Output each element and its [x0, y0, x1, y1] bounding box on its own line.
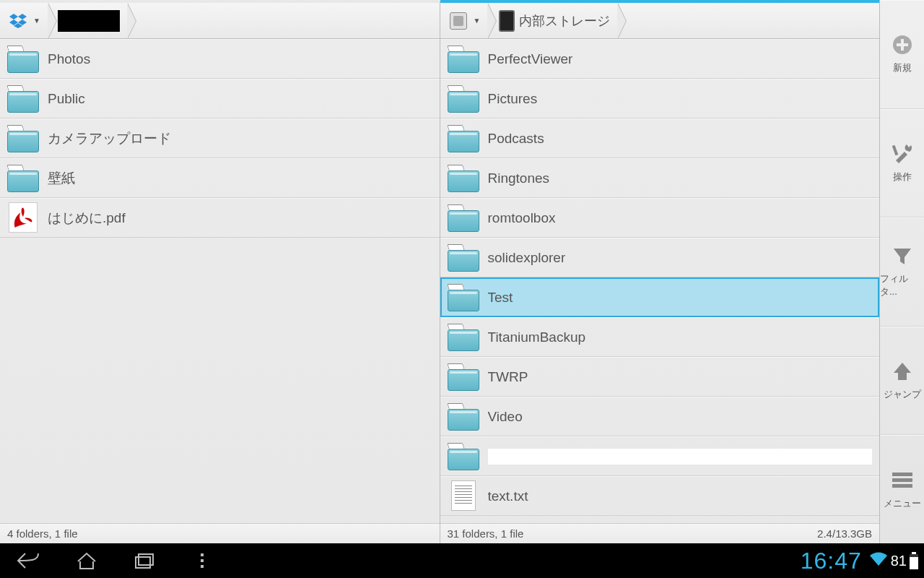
item-name: Ringtones	[488, 171, 873, 186]
item-name: カメラアップロード	[48, 129, 432, 148]
nav-home-button[interactable]	[58, 543, 116, 578]
list-item[interactable]: Pictures	[440, 79, 880, 118]
sidebar-label: メニュー	[884, 497, 921, 510]
list-item[interactable]: はじめに.pdf	[0, 198, 440, 238]
item-name: Public	[48, 91, 432, 107]
item-name: TWRP	[488, 369, 873, 385]
sidebar-plus-button[interactable]: 新規	[880, 0, 924, 109]
nav-recent-button[interactable]	[116, 543, 173, 578]
txt-icon	[448, 480, 479, 512]
svg-rect-8	[892, 145, 898, 156]
status-bar-right: 31 folders, 1 file 2.4/13.3GB	[440, 523, 880, 543]
battery-icon	[910, 552, 918, 569]
nav-back-button[interactable]	[0, 543, 58, 578]
sidebar-label: ジャンプ	[884, 388, 921, 401]
folder-icon	[448, 43, 479, 75]
status-clock: 16:47	[801, 548, 862, 574]
list-item[interactable]	[440, 436, 880, 476]
file-list-right[interactable]: PerfectViewerPicturesPodcastsRingtonesro…	[440, 39, 880, 523]
svg-rect-19	[910, 557, 918, 569]
item-name: 壁紙	[48, 169, 432, 188]
item-name: Photos	[48, 51, 432, 67]
left-pane: ▼ PhotosPublicカメラアップロード壁紙はじめに.pdf 4 fold…	[0, 0, 440, 543]
dropdown-caret-icon: ▼	[474, 17, 481, 25]
item-name: text.txt	[488, 488, 873, 504]
folder-icon	[7, 83, 39, 115]
list-item[interactable]: Photos	[0, 39, 440, 79]
dropbox-icon	[9, 12, 27, 30]
item-name	[488, 449, 873, 465]
svg-marker-0	[9, 14, 18, 20]
item-name: Podcasts	[488, 131, 873, 147]
list-item[interactable]: text.txt	[440, 476, 880, 516]
folder-icon	[448, 242, 479, 274]
list-item[interactable]: Public	[0, 79, 440, 118]
sidebar-up-button[interactable]: ジャンプ	[880, 327, 924, 436]
folder-icon	[7, 43, 39, 75]
account-label-redacted	[58, 10, 120, 32]
sidebar-menu-button[interactable]: メニュー	[880, 435, 924, 543]
crumb-dropbox-root[interactable]: ▼	[4, 3, 48, 38]
folder-icon	[448, 202, 479, 234]
battery-percent: 81	[891, 553, 907, 569]
list-item[interactable]: PerfectViewer	[440, 39, 880, 79]
crumb-account[interactable]	[48, 3, 127, 38]
svg-rect-11	[892, 484, 912, 488]
status-right-text: 31 folders, 1 file	[448, 527, 524, 540]
status-bar-left: 4 folders, 1 file	[0, 523, 440, 543]
folder-icon	[448, 361, 479, 393]
list-item[interactable]: Podcasts	[440, 118, 880, 158]
up-icon	[892, 361, 913, 382]
folder-icon	[448, 401, 479, 433]
list-item[interactable]: Test	[440, 277, 880, 317]
svg-rect-17	[912, 552, 916, 554]
svg-rect-9	[892, 473, 912, 476]
breadcrumb-right: ▼ 内部ストレージ	[440, 3, 880, 39]
crumb-internal-storage[interactable]: 内部ストレージ	[487, 3, 617, 38]
list-item[interactable]: solidexplorer	[440, 238, 880, 277]
filter-icon	[892, 245, 913, 267]
folder-icon	[448, 123, 479, 155]
android-navbar: 16:47 81	[0, 543, 924, 578]
status-right-storage: 2.4/13.3GB	[817, 527, 872, 540]
sidebar-tools-button[interactable]: 操作	[880, 109, 924, 218]
list-item[interactable]: Video	[440, 397, 880, 436]
device-icon	[497, 12, 516, 30]
right-pane: ▼ 内部ストレージ PerfectViewerPicturesPodcastsR…	[440, 0, 880, 543]
nav-overflow-button[interactable]	[173, 543, 231, 578]
svg-rect-15	[201, 559, 204, 562]
list-item[interactable]: カメラアップロード	[0, 118, 440, 158]
item-name: PerfectViewer	[488, 51, 873, 67]
sidebar-label: 操作	[893, 171, 912, 184]
pdf-icon	[7, 202, 39, 234]
folder-icon	[448, 322, 479, 353]
list-item[interactable]: 壁紙	[0, 158, 440, 198]
item-name: romtoolbox	[488, 210, 873, 226]
wifi-icon	[869, 551, 888, 570]
tools-icon	[892, 143, 913, 165]
sdcard-icon	[449, 12, 468, 30]
folder-icon	[7, 123, 39, 155]
menu-icon	[892, 470, 913, 491]
crumb-storage-root[interactable]: ▼	[445, 3, 488, 38]
folder-icon	[448, 163, 479, 194]
svg-rect-16	[201, 565, 204, 568]
svg-marker-1	[18, 14, 27, 20]
item-name: Test	[488, 290, 873, 306]
item-name: はじめに.pdf	[48, 209, 432, 228]
list-item[interactable]: Ringtones	[440, 158, 880, 198]
svg-rect-10	[892, 478, 912, 482]
folder-icon	[448, 83, 479, 115]
list-item[interactable]: TWRP	[440, 357, 880, 397]
folder-icon	[448, 441, 479, 473]
item-name: Pictures	[488, 91, 873, 107]
breadcrumb-left: ▼	[0, 3, 440, 39]
folder-icon	[448, 282, 479, 314]
sidebar-filter-button[interactable]: フィルタ...	[880, 217, 924, 327]
list-item[interactable]: TitaniumBackup	[440, 317, 880, 357]
item-name: solidexplorer	[488, 250, 873, 266]
list-item[interactable]: romtoolbox	[440, 198, 880, 238]
file-list-left[interactable]: PhotosPublicカメラアップロード壁紙はじめに.pdf	[0, 39, 440, 523]
status-left-text: 4 folders, 1 file	[7, 527, 78, 540]
svg-rect-7	[897, 43, 908, 46]
